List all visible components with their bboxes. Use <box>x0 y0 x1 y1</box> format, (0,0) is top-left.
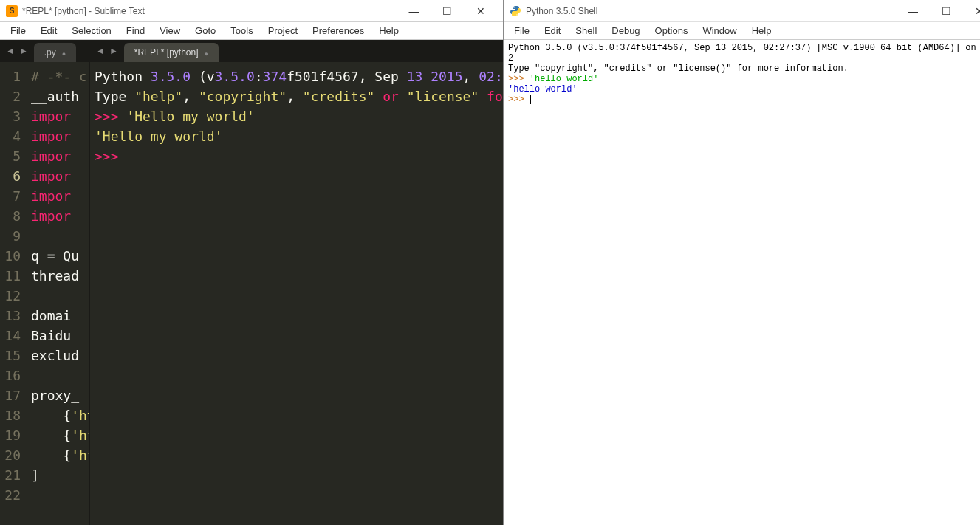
idle-menubar: File Edit Shell Debug Options Window Hel… <box>504 22 980 40</box>
window-controls: — ☐ ✕ <box>397 1 497 21</box>
menu-find[interactable]: Find <box>119 23 152 38</box>
close-button[interactable]: ✕ <box>464 1 497 21</box>
tab-next-icon[interactable]: ► <box>108 46 120 56</box>
sublime-titlebar: S *REPL* [python] - Sublime Text — ☐ ✕ <box>0 0 503 22</box>
gutter-left: 12345678910111213141516171819202122 <box>0 62 27 525</box>
idle-window: Python 3.5.0 Shell — ☐ ✕ File Edit Shell… <box>504 0 980 525</box>
window-controls: — ☐ ✕ <box>897 1 980 21</box>
idle-shell-body[interactable]: Python 3.5.0 (v3.5.0:374f501f4567, Sep 1… <box>504 40 980 525</box>
menu-preferences[interactable]: Preferences <box>305 23 371 38</box>
repl-output[interactable]: Python 3.5.0 (v3.5.0:374f501f4567, Sep 1… <box>90 62 503 525</box>
tab-py[interactable]: .py <box>34 43 76 62</box>
tab-close-icon[interactable] <box>62 47 66 58</box>
right-pane[interactable]: Python 3.5.0 (v3.5.0:374f501f4567, Sep 1… <box>90 62 503 525</box>
tab-label: .py <box>44 47 56 58</box>
sublime-menubar: File Edit Selection Find View Goto Tools… <box>0 22 503 40</box>
menu-selection[interactable]: Selection <box>64 23 118 38</box>
tab-prev-icon[interactable]: ◄ <box>95 46 106 56</box>
menu-shell[interactable]: Shell <box>568 23 604 38</box>
svg-point-1 <box>516 14 517 15</box>
menu-help[interactable]: Help <box>744 23 779 38</box>
editor-area: 12345678910111213141516171819202122 # -*… <box>0 62 503 525</box>
sublime-app-icon: S <box>6 5 18 17</box>
menu-window[interactable]: Window <box>695 23 744 38</box>
close-button[interactable]: ✕ <box>963 1 980 21</box>
maximize-button[interactable]: ☐ <box>431 1 464 21</box>
tab-nav-right: ◄ ► <box>90 46 124 56</box>
code-left[interactable]: # -*- c__authimporimporimporimporimporim… <box>27 62 89 525</box>
minimize-button[interactable]: — <box>397 1 431 21</box>
menu-options[interactable]: Options <box>648 23 696 38</box>
menu-debug[interactable]: Debug <box>604 23 647 38</box>
left-pane[interactable]: 12345678910111213141516171819202122 # -*… <box>0 62 90 525</box>
menu-file[interactable]: File <box>3 23 33 38</box>
python-app-icon <box>510 5 521 17</box>
menu-view[interactable]: View <box>152 23 188 38</box>
menu-file[interactable]: File <box>507 23 537 38</box>
tab-prev-icon[interactable]: ◄ <box>4 46 16 56</box>
menu-edit[interactable]: Edit <box>537 23 568 38</box>
tab-close-icon[interactable] <box>205 47 208 58</box>
menu-tools[interactable]: Tools <box>223 23 260 38</box>
tab-label: *REPL* [python] <box>134 47 199 58</box>
svg-point-0 <box>513 7 514 7</box>
idle-title: Python 3.5.0 Shell <box>526 6 897 16</box>
sublime-window: S *REPL* [python] - Sublime Text — ☐ ✕ F… <box>0 0 504 525</box>
maximize-button[interactable]: ☐ <box>930 1 963 21</box>
idle-titlebar: Python 3.5.0 Shell — ☐ ✕ <box>504 0 980 22</box>
tab-next-icon[interactable]: ► <box>18 46 30 56</box>
tab-repl[interactable]: *REPL* [python] <box>124 43 219 62</box>
menu-project[interactable]: Project <box>261 23 305 38</box>
menu-help[interactable]: Help <box>371 23 406 38</box>
tabbar: ◄ ► .py ◄ ► *REPL* [python] <box>0 40 503 62</box>
minimize-button[interactable]: — <box>897 1 930 21</box>
tab-nav-left: ◄ ► <box>0 46 34 56</box>
menu-goto[interactable]: Goto <box>188 23 223 38</box>
sublime-title: *REPL* [python] - Sublime Text <box>22 6 397 16</box>
menu-edit[interactable]: Edit <box>33 23 64 38</box>
